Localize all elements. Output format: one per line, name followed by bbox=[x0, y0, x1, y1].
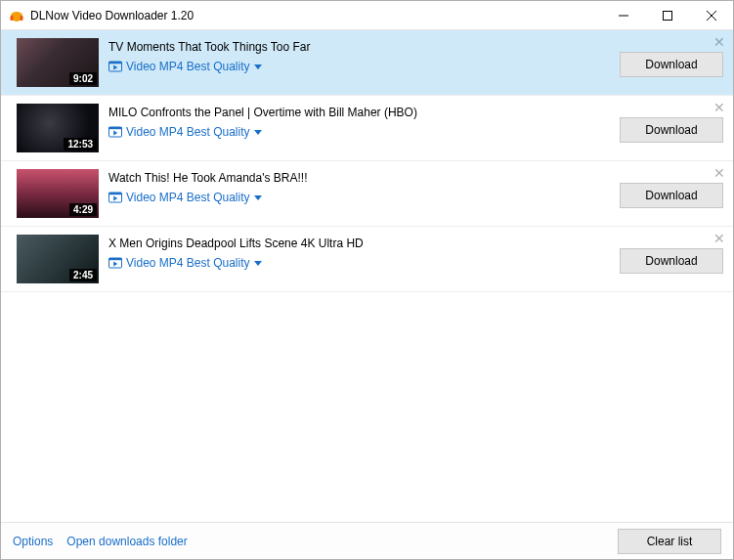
video-duration: 4:29 bbox=[69, 203, 97, 216]
remove-item-button[interactable]: ✕ bbox=[712, 165, 727, 181]
list-item[interactable]: 9:02TV Moments That Took Things Too FarV… bbox=[1, 30, 733, 96]
video-duration: 9:02 bbox=[69, 72, 97, 85]
svg-marker-8 bbox=[113, 65, 117, 70]
remove-item-button[interactable]: ✕ bbox=[712, 100, 727, 115]
video-title: TV Moments That Took Things Too Far bbox=[108, 38, 610, 54]
minimize-button[interactable] bbox=[601, 1, 645, 29]
video-thumbnail: 4:29 bbox=[17, 169, 99, 218]
video-thumbnail: 12:53 bbox=[17, 104, 99, 152]
format-label: Video MP4 Best Quality bbox=[126, 256, 250, 270]
options-link[interactable]: Options bbox=[13, 535, 53, 548]
list-item[interactable]: 12:53MILO Confronts the Panel | Overtime… bbox=[1, 96, 733, 161]
svg-marker-9 bbox=[254, 65, 262, 69]
list-item[interactable]: 4:29Watch This! He Took Amanda's BRA!!!V… bbox=[1, 161, 733, 227]
video-list: 9:02TV Moments That Took Things Too FarV… bbox=[1, 30, 733, 522]
chevron-down-icon bbox=[254, 60, 262, 73]
svg-rect-19 bbox=[109, 258, 122, 260]
svg-rect-1 bbox=[21, 16, 23, 21]
video-thumbnail: 2:45 bbox=[17, 235, 99, 283]
list-item[interactable]: 2:45X Men Origins Deadpool Lifts Scene 4… bbox=[1, 227, 733, 292]
svg-rect-0 bbox=[11, 16, 14, 21]
chevron-down-icon bbox=[254, 256, 262, 270]
svg-marker-20 bbox=[113, 262, 117, 267]
format-dropdown[interactable]: Video MP4 Best Quality bbox=[108, 60, 610, 73]
remove-item-button[interactable]: ✕ bbox=[712, 34, 727, 50]
video-icon bbox=[108, 125, 122, 139]
svg-marker-13 bbox=[254, 130, 262, 135]
svg-marker-17 bbox=[254, 195, 262, 200]
svg-marker-16 bbox=[113, 196, 117, 201]
app-icon bbox=[9, 8, 24, 23]
video-icon bbox=[108, 256, 122, 270]
download-button[interactable]: Download bbox=[620, 248, 723, 274]
download-button[interactable]: Download bbox=[620, 117, 723, 143]
svg-rect-11 bbox=[109, 127, 122, 129]
svg-rect-7 bbox=[109, 62, 122, 64]
video-duration: 2:45 bbox=[69, 269, 97, 281]
format-label: Video MP4 Best Quality bbox=[126, 191, 250, 204]
format-dropdown[interactable]: Video MP4 Best Quality bbox=[108, 191, 610, 204]
svg-rect-3 bbox=[663, 11, 671, 20]
remove-item-button[interactable]: ✕ bbox=[712, 231, 727, 246]
maximize-button[interactable] bbox=[645, 1, 689, 29]
video-title: X Men Origins Deadpool Lifts Scene 4K Ul… bbox=[108, 235, 610, 250]
video-thumbnail: 9:02 bbox=[17, 38, 99, 87]
open-downloads-folder-link[interactable]: Open downloads folder bbox=[66, 535, 187, 548]
format-dropdown[interactable]: Video MP4 Best Quality bbox=[108, 125, 610, 139]
footer-bar: Options Open downloads folder Clear list bbox=[1, 522, 733, 559]
video-duration: 12:53 bbox=[64, 138, 97, 151]
video-title: MILO Confronts the Panel | Overtime with… bbox=[108, 104, 610, 119]
chevron-down-icon bbox=[254, 125, 262, 139]
format-label: Video MP4 Best Quality bbox=[126, 60, 250, 73]
clear-list-button[interactable]: Clear list bbox=[618, 529, 721, 554]
format-label: Video MP4 Best Quality bbox=[126, 125, 250, 139]
window-title: DLNow Video Downloader 1.20 bbox=[30, 9, 601, 22]
download-button[interactable]: Download bbox=[620, 52, 723, 77]
svg-marker-21 bbox=[254, 261, 262, 266]
video-title: Watch This! He Took Amanda's BRA!!! bbox=[108, 169, 610, 185]
svg-marker-12 bbox=[113, 131, 117, 136]
titlebar: DLNow Video Downloader 1.20 bbox=[1, 1, 733, 30]
video-icon bbox=[108, 60, 122, 73]
video-icon bbox=[108, 191, 122, 204]
download-button[interactable]: Download bbox=[620, 183, 723, 208]
svg-rect-15 bbox=[109, 193, 122, 194]
format-dropdown[interactable]: Video MP4 Best Quality bbox=[108, 256, 610, 270]
close-button[interactable] bbox=[689, 1, 733, 29]
app-window: DLNow Video Downloader 1.20 9:02TV Momen… bbox=[0, 0, 734, 560]
chevron-down-icon bbox=[254, 191, 262, 204]
